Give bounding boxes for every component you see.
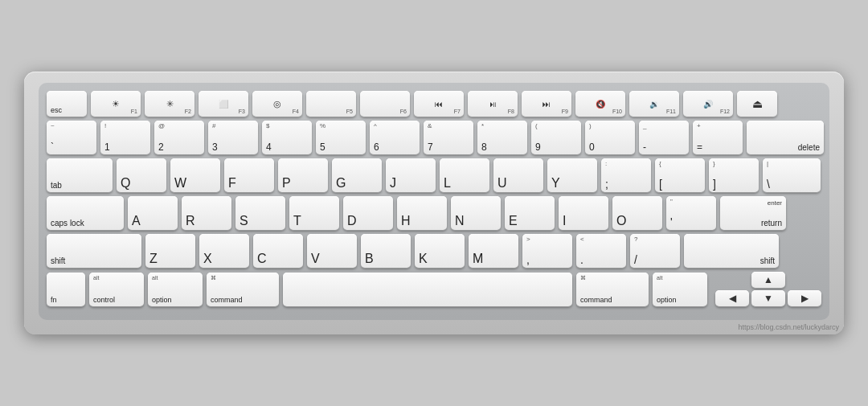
- key-f[interactable]: T: [289, 196, 339, 230]
- key-f5[interactable]: F5: [306, 91, 356, 117]
- key-equals[interactable]: + =: [693, 121, 743, 154]
- key-i[interactable]: U: [493, 158, 543, 192]
- key-esc[interactable]: esc: [47, 91, 87, 117]
- key-semicolon[interactable]: O: [612, 196, 662, 230]
- key-f10[interactable]: 🔇 F10: [575, 91, 625, 117]
- b-label: B: [365, 252, 374, 265]
- key-control[interactable]: alt control: [89, 273, 144, 306]
- key-f1[interactable]: ☀ F1: [91, 91, 141, 117]
- key-f4[interactable]: ◎ F4: [252, 91, 302, 117]
- key-command-left[interactable]: ⌘ command: [207, 273, 279, 306]
- key-g[interactable]: D: [343, 196, 393, 230]
- key-l[interactable]: I: [559, 196, 608, 230]
- key-f3[interactable]: ⬜ F3: [199, 91, 248, 117]
- key-arrow-right[interactable]: ▶: [788, 290, 821, 306]
- key-f6[interactable]: F6: [360, 91, 410, 117]
- key-9[interactable]: ( 9: [531, 121, 581, 154]
- semicolon-label: O: [616, 215, 626, 228]
- key-period[interactable]: < .: [576, 234, 626, 268]
- key-backslash[interactable]: | \: [763, 158, 821, 192]
- key-command-right[interactable]: ⌘ command: [576, 273, 649, 306]
- enter-label: enter: [768, 199, 782, 207]
- key-eject[interactable]: ⏏: [737, 91, 777, 117]
- key-option-left[interactable]: alt option: [148, 273, 203, 306]
- key-tab[interactable]: tab: [47, 158, 113, 192]
- key-f11[interactable]: 🔉 F11: [629, 91, 679, 117]
- key-7[interactable]: & 7: [424, 121, 473, 154]
- key-f9[interactable]: ⏭ F9: [522, 91, 571, 117]
- key-f2[interactable]: ✳ F2: [145, 91, 194, 117]
- key-w[interactable]: W: [170, 158, 220, 192]
- key-x[interactable]: X: [199, 234, 249, 268]
- key-z[interactable]: Z: [145, 234, 195, 268]
- key-comma[interactable]: > ,: [522, 234, 572, 268]
- key-shift-right[interactable]: shift: [684, 234, 779, 268]
- period-main: .: [580, 254, 583, 265]
- key-q[interactable]: Q: [117, 158, 166, 192]
- key-k[interactable]: E: [505, 196, 555, 230]
- key-a[interactable]: A: [128, 196, 178, 230]
- key-option-right[interactable]: alt option: [653, 273, 707, 306]
- n-label: K: [419, 252, 428, 265]
- key-f8[interactable]: ⏯ F8: [468, 91, 518, 117]
- key-o[interactable]: Y: [547, 158, 597, 192]
- f4-label: F4: [293, 109, 299, 114]
- key-tilde[interactable]: ~ `: [47, 121, 96, 154]
- key-2[interactable]: @ 2: [154, 121, 204, 154]
- s-label: R: [186, 215, 195, 228]
- key-6[interactable]: ^ 6: [370, 121, 420, 154]
- key-delete[interactable]: delete: [747, 121, 824, 154]
- lbracket-top: {: [659, 161, 661, 167]
- key-d[interactable]: S: [235, 196, 285, 230]
- f10-label: F10: [612, 109, 622, 114]
- key-s[interactable]: R: [182, 196, 231, 230]
- key-arrow-left[interactable]: ◀: [715, 290, 749, 306]
- e-label: F: [228, 177, 236, 190]
- key-arrow-up[interactable]: ▲: [751, 272, 785, 288]
- arrow-up-row: ▲: [715, 272, 821, 288]
- backslash-top: |: [767, 161, 768, 167]
- key-5[interactable]: % 5: [316, 121, 366, 154]
- f7-label: F7: [454, 109, 461, 114]
- key-lbracket[interactable]: { [: [655, 158, 705, 192]
- key-t[interactable]: G: [332, 158, 382, 192]
- key-0[interactable]: ) 0: [585, 121, 635, 154]
- key-minus[interactable]: _ -: [639, 121, 689, 154]
- key-p[interactable]: : ;: [601, 158, 651, 192]
- key6-top: ^: [374, 123, 377, 129]
- f8-label: F8: [508, 109, 514, 114]
- key-r[interactable]: P: [278, 158, 328, 192]
- key-shift-left[interactable]: shift: [47, 234, 141, 268]
- key-u[interactable]: L: [440, 158, 489, 192]
- d-label: S: [240, 215, 248, 228]
- key-h[interactable]: H: [397, 196, 447, 230]
- key-f12[interactable]: 🔊 F12: [683, 91, 733, 117]
- key-capslock[interactable]: caps lock: [47, 196, 124, 230]
- key-slash[interactable]: ? /: [630, 234, 680, 268]
- key-e[interactable]: F: [224, 158, 274, 192]
- key-v[interactable]: V: [307, 234, 357, 268]
- key-space[interactable]: [283, 273, 572, 306]
- key-b[interactable]: B: [361, 234, 411, 268]
- key-f7[interactable]: ⏮ F7: [414, 91, 464, 117]
- key-4[interactable]: $ 4: [262, 121, 312, 154]
- m-label: M: [473, 252, 483, 265]
- key-arrow-down[interactable]: ▼: [751, 290, 785, 306]
- l-label: I: [563, 215, 566, 228]
- key-rbracket[interactable]: } ]: [709, 158, 759, 192]
- key-c[interactable]: C: [253, 234, 303, 268]
- delete-label: delete: [798, 144, 820, 152]
- key-j[interactable]: N: [451, 196, 501, 230]
- key-fn[interactable]: fn: [47, 273, 85, 306]
- key-return[interactable]: enter return: [720, 196, 786, 230]
- key0-top: ): [589, 123, 592, 129]
- key-n[interactable]: K: [415, 234, 465, 268]
- key-y[interactable]: J: [386, 158, 436, 192]
- key-8[interactable]: * 8: [477, 121, 527, 154]
- key-m[interactable]: M: [469, 234, 518, 268]
- key-quote[interactable]: " ': [666, 196, 716, 230]
- f7-icon: ⏮: [435, 100, 443, 109]
- key-1[interactable]: ! 1: [100, 121, 150, 154]
- p-main: ;: [605, 178, 608, 190]
- key-3[interactable]: # 3: [208, 121, 258, 154]
